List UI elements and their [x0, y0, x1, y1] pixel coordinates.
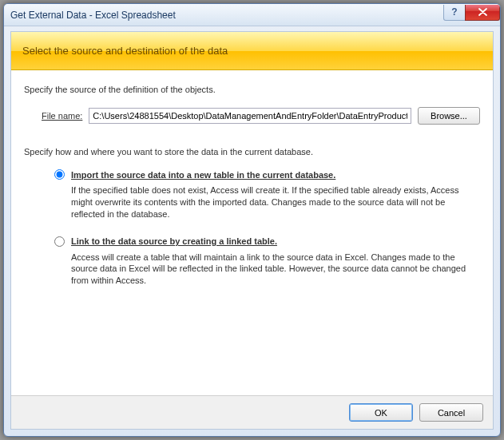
- option-link-radio[interactable]: [54, 236, 65, 247]
- option-link-label: Link to the data source by creating a li…: [71, 236, 277, 246]
- dialog-window: Get External Data - Excel Spreadsheet ? …: [3, 3, 501, 437]
- titlebar-buttons: ?: [444, 5, 500, 21]
- titlebar: Get External Data - Excel Spreadsheet ?: [4, 4, 500, 26]
- browse-button[interactable]: Browse...: [418, 107, 480, 125]
- option-link-desc: Access will create a table that will mai…: [71, 252, 480, 287]
- ok-button[interactable]: OK: [349, 403, 413, 422]
- store-prompt: Specify how and where you want to store …: [24, 147, 480, 157]
- help-button[interactable]: ?: [443, 5, 466, 21]
- option-import-radio[interactable]: [54, 169, 65, 180]
- help-icon: ?: [451, 6, 457, 18]
- close-button[interactable]: [465, 5, 500, 21]
- body-area: Specify the source of the definition of …: [11, 70, 493, 395]
- close-icon: [478, 8, 487, 16]
- content-frame: Select the source and destination of the…: [10, 31, 494, 430]
- cancel-button[interactable]: Cancel: [419, 403, 483, 422]
- file-name-input[interactable]: [89, 108, 411, 124]
- option-import: Import the source data into a new table …: [54, 169, 480, 220]
- banner-title: Select the source and destination of the…: [22, 45, 228, 57]
- option-link-head[interactable]: Link to the data source by creating a li…: [54, 236, 480, 247]
- footer: OK Cancel: [11, 395, 493, 429]
- option-import-head[interactable]: Import the source data into a new table …: [54, 169, 480, 180]
- option-link: Link to the data source by creating a li…: [54, 236, 480, 287]
- file-name-label: File name:: [42, 111, 82, 121]
- banner: Select the source and destination of the…: [11, 32, 493, 70]
- window-title: Get External Data - Excel Spreadsheet: [10, 10, 444, 21]
- file-row: File name: Browse...: [42, 107, 480, 125]
- option-import-label: Import the source data into a new table …: [71, 170, 335, 180]
- option-import-desc: If the specified table does not exist, A…: [71, 184, 480, 220]
- source-prompt: Specify the source of the definition of …: [24, 85, 480, 94]
